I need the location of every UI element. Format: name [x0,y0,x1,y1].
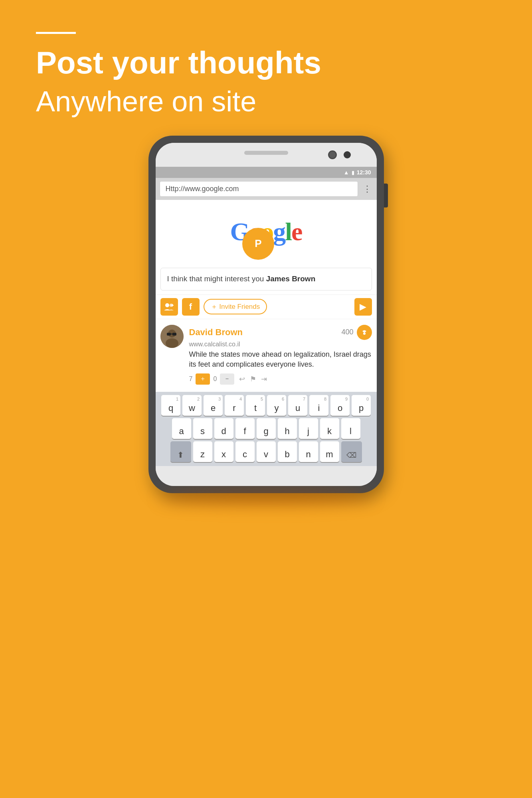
status-bar: ▲ ▮ 12:30 [156,167,377,178]
comment-input-box[interactable]: I think that might interest you James Br… [160,268,372,290]
decorative-line [36,32,76,34]
subheadline: Anywhere on site [36,84,496,119]
key-p[interactable]: 0p [352,395,371,416]
phone-screen: ▲ ▮ 12:30 Http://www.google.com ⋮ [156,167,377,466]
browser-bar: Http://www.google.com ⋮ [156,178,377,200]
post-header: David Brown 400 [160,325,372,386]
more-button[interactable]: ⇥ [261,375,267,383]
svg-rect-8 [172,333,176,336]
dislike-count: 0 [213,375,217,383]
social-bar: f ＋ Invite Friends ▶ [156,294,377,319]
signal-icon: ▲ [344,169,349,176]
post-text: While the states move ahead on legalizat… [189,350,372,369]
key-shift[interactable]: ⬆ [170,441,191,462]
side-button [384,184,388,207]
key-w[interactable]: 2w [182,395,202,416]
key-s[interactable]: s [193,418,212,439]
keyboard-row-2: a s d f g h j k l [157,418,375,439]
send-icon: ▶ [360,302,366,312]
google-e: e [291,217,302,247]
key-b[interactable]: b [278,441,297,462]
phone-outer: ▲ ▮ 12:30 Http://www.google.com ⋮ [148,136,384,493]
phone-bezel-top [156,143,377,167]
action-bar: 7 ＋ 0 － ↩ ⚑ ⇥ [189,369,372,386]
key-backspace[interactable]: ⌫ [341,441,362,462]
key-x[interactable]: x [214,441,233,462]
post-card: David Brown 400 [156,319,377,392]
post-author: David Brown [189,327,243,338]
facebook-icon: f [189,302,192,312]
key-y[interactable]: 6y [267,395,286,416]
key-q[interactable]: 1q [161,395,180,416]
svg-text:P: P [255,237,261,249]
status-time: 12:30 [357,169,371,176]
post-meta: David Brown 400 [189,325,372,386]
invite-friends-button[interactable]: ＋ Invite Friends [204,299,267,314]
google-l: l [285,217,291,247]
post-url: www.calcalist.co.il [189,341,372,348]
key-z[interactable]: z [193,441,212,462]
phone-mockup: ▲ ▮ 12:30 Http://www.google.com ⋮ [148,136,384,493]
key-a[interactable]: a [172,418,191,439]
key-i[interactable]: 8i [309,395,328,416]
key-j[interactable]: j [299,418,318,439]
facebook-icon-button[interactable]: f [182,298,200,316]
keyboard-row-1: 1q 2w 3e 4r 5t 6y 7u 8i 9o 0p [157,395,375,416]
comment-mention: James Brown [266,275,316,283]
dislike-button[interactable]: － [220,373,234,385]
url-input[interactable]: Http://www.google.com [160,181,358,197]
contacts-icon [164,302,174,311]
key-r[interactable]: 4r [225,395,244,416]
key-d[interactable]: d [214,418,233,439]
key-l[interactable]: l [341,418,360,439]
svg-point-2 [165,303,169,307]
keyboard-row-3: ⬆ z x c v b n m ⌫ [157,441,375,462]
plugin-overlay-icon: P [242,228,274,260]
svg-point-11 [363,332,366,335]
headline: Post your thoughts [36,46,496,80]
flag-button[interactable]: ⚑ [250,375,256,383]
key-g[interactable]: g [257,418,276,439]
key-f[interactable]: f [235,418,255,439]
score-badge-icon [360,328,369,337]
top-section: Post your thoughts Anywhere on site [0,0,532,134]
camera-dot-small [344,151,351,158]
contacts-icon-button[interactable] [160,298,178,316]
avatar [160,325,184,348]
phone-inner: ▲ ▮ 12:30 Http://www.google.com ⋮ [156,143,377,486]
web-content: Google P I think that might interest yo [156,200,377,466]
key-v[interactable]: v [257,441,276,462]
camera-lens [328,150,337,159]
svg-rect-7 [167,333,171,336]
share-button[interactable]: ↩ [239,375,245,383]
google-g2: g [273,217,285,247]
invite-friends-label: ＋ Invite Friends [211,302,260,311]
avatar-image [160,325,184,348]
key-o[interactable]: 9o [330,395,350,416]
svg-point-6 [166,338,178,348]
key-k[interactable]: k [320,418,339,439]
key-t[interactable]: 5t [246,395,265,416]
key-n[interactable]: n [299,441,318,462]
score-icon [357,325,372,340]
key-c[interactable]: c [235,441,255,462]
plugin-icon-svg: P [249,235,267,253]
post-score: 400 [341,328,353,336]
post-header-right: 400 [341,325,372,340]
like-count: 7 [189,375,193,383]
key-m[interactable]: m [320,441,339,462]
like-button[interactable]: ＋ [196,373,210,385]
key-u[interactable]: 7u [288,395,307,416]
key-h[interactable]: h [278,418,297,439]
browser-menu-button[interactable]: ⋮ [361,182,373,196]
speaker-grille [244,151,288,155]
comment-text-static: I think that might interest you [167,275,266,283]
google-logo-area: Google P [156,200,377,264]
key-e[interactable]: 3e [204,395,223,416]
battery-icon: ▮ [352,170,354,176]
keyboard: 1q 2w 3e 4r 5t 6y 7u 8i 9o 0p [156,392,377,466]
phone-bezel-bottom [156,466,377,486]
send-button[interactable]: ▶ [354,298,372,316]
